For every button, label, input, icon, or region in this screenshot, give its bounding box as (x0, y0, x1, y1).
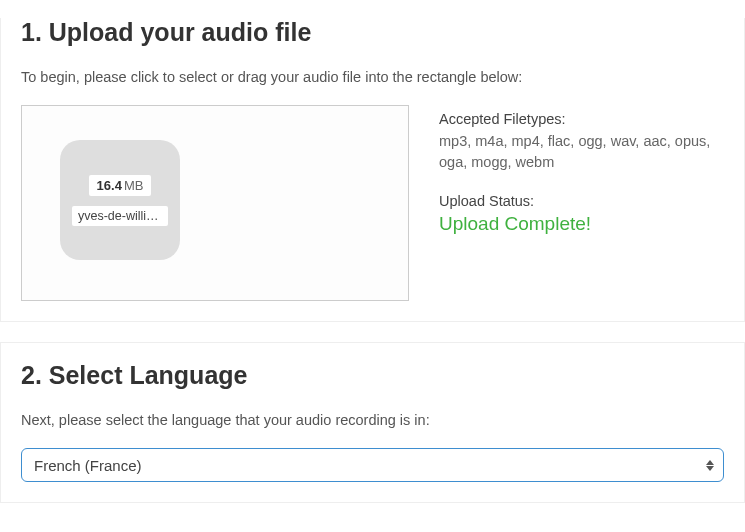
upload-instruction: To begin, please click to select or drag… (21, 69, 724, 85)
language-section: 2. Select Language Next, please select t… (0, 342, 745, 503)
file-size-unit: MB (124, 178, 144, 193)
upload-section-title: 1. Upload your audio file (21, 18, 724, 47)
file-name-badge: yves-de-willie… (72, 206, 168, 226)
upload-status-label: Upload Status: (439, 193, 724, 209)
accepted-filetypes-value: mp3, m4a, mp4, flac, ogg, wav, aac, opus… (439, 131, 724, 173)
language-select-wrap: French (France) (21, 448, 724, 482)
upload-row: 16.4MB yves-de-willie… Accepted Filetype… (21, 105, 724, 301)
upload-status-value: Upload Complete! (439, 213, 724, 235)
file-size-badge: 16.4MB (89, 175, 152, 196)
uploaded-file-chip[interactable]: 16.4MB yves-de-willie… (60, 140, 180, 260)
file-size-value: 16.4 (97, 178, 122, 193)
language-instruction: Next, please select the language that yo… (21, 412, 724, 428)
upload-meta: Accepted Filetypes: mp3, m4a, mp4, flac,… (439, 105, 724, 235)
language-select[interactable]: French (France) (21, 448, 724, 482)
language-section-title: 2. Select Language (21, 361, 724, 390)
upload-section: 1. Upload your audio file To begin, plea… (0, 18, 745, 322)
file-dropzone[interactable]: 16.4MB yves-de-willie… (21, 105, 409, 301)
accepted-filetypes-label: Accepted Filetypes: (439, 111, 724, 127)
